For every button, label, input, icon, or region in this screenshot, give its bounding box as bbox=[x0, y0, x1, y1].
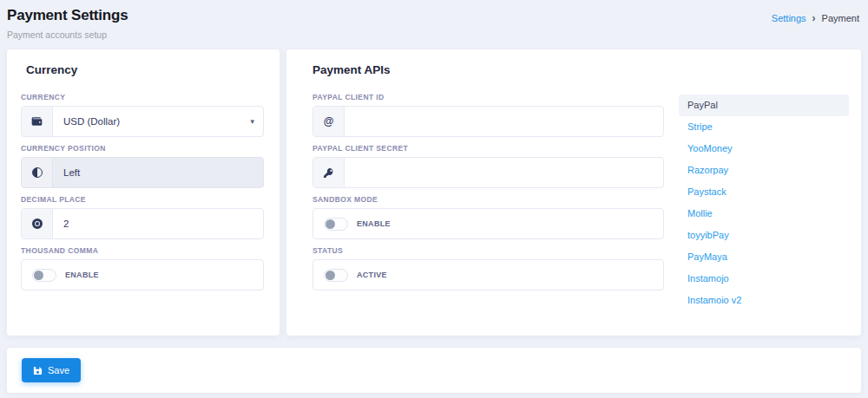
currency-position-label: CURRENCY POSITION bbox=[21, 144, 264, 153]
provider-item-mollie[interactable]: Mollie bbox=[679, 203, 849, 225]
paypal-settings-form: PAYPAL CLIENT ID @ PAYPAL CLIENT SECRET bbox=[312, 76, 664, 290]
decimal-place-field: DECIMAL PLACE bbox=[21, 195, 264, 239]
thousand-comma-toggle-box: ENABLE bbox=[21, 259, 264, 290]
page-header: Payment Settings Payment accounts setup … bbox=[0, 0, 868, 40]
paypal-client-secret-label: PAYPAL CLIENT SECRET bbox=[312, 144, 664, 153]
wallet-icon bbox=[22, 107, 53, 136]
breadcrumb: Settings › Payment bbox=[772, 7, 859, 23]
currency-card: Currency CURRENCY USD (Dollar) ▾ CURRENC… bbox=[7, 49, 279, 336]
provider-item-stripe[interactable]: Stripe bbox=[679, 116, 849, 138]
thousand-comma-toggle-label: ENABLE bbox=[65, 271, 99, 279]
provider-item-toyyibpay[interactable]: toyyibPay bbox=[679, 225, 849, 246]
sandbox-mode-toggle-label: ENABLE bbox=[357, 219, 391, 228]
breadcrumb-current: Payment bbox=[822, 13, 859, 23]
decimal-place-input-group bbox=[21, 208, 264, 239]
status-toggle[interactable] bbox=[324, 269, 348, 282]
provider-item-paymaya[interactable]: PayMaya bbox=[679, 246, 849, 268]
footer-bar: Save bbox=[7, 348, 861, 393]
payment-apis-card: Payment APIs PAYPAL CLIENT ID @ PAYPAL C… bbox=[286, 49, 861, 336]
provider-item-paystack[interactable]: Paystack bbox=[679, 181, 849, 203]
page-title: Payment Settings bbox=[7, 7, 128, 24]
floppy-save-icon bbox=[33, 366, 43, 375]
provider-item-instamojo[interactable]: Instamojo bbox=[679, 268, 849, 290]
adjust-half-circle-icon bbox=[22, 158, 53, 187]
currency-card-heading: Currency bbox=[26, 63, 264, 76]
provider-list[interactable]: PayPal Stripe YooMoney Razorpay Paystack… bbox=[679, 95, 849, 303]
paypal-client-id-label: PAYPAL CLIENT ID bbox=[312, 93, 664, 101]
sandbox-mode-toggle-box: ENABLE bbox=[312, 208, 664, 239]
save-button-label: Save bbox=[48, 365, 69, 375]
status-toggle-label: ACTIVE bbox=[357, 271, 387, 279]
currency-position-field: CURRENCY POSITION Left bbox=[21, 144, 264, 188]
payment-apis-heading: Payment APIs bbox=[312, 63, 849, 76]
dot-circle-icon bbox=[22, 209, 53, 238]
sandbox-mode-field: SANDBOX MODE ENABLE bbox=[312, 195, 664, 239]
status-label: STATUS bbox=[312, 246, 664, 255]
status-toggle-box: ACTIVE bbox=[312, 259, 664, 290]
provider-item-razorpay[interactable]: Razorpay bbox=[679, 160, 849, 181]
breadcrumb-settings-link[interactable]: Settings bbox=[772, 13, 806, 23]
provider-item-paypal[interactable]: PayPal bbox=[679, 95, 849, 116]
status-field: STATUS ACTIVE bbox=[312, 246, 664, 290]
sandbox-mode-toggle[interactable] bbox=[324, 218, 348, 231]
chevron-down-icon: ▾ bbox=[250, 117, 254, 126]
provider-nav: PayPal Stripe YooMoney Razorpay Paystack… bbox=[679, 95, 849, 303]
decimal-place-label: DECIMAL PLACE bbox=[21, 195, 264, 204]
provider-item-instamojo-v2[interactable]: Instamojo v2 bbox=[679, 290, 849, 303]
thousand-comma-toggle[interactable] bbox=[32, 269, 56, 282]
paypal-client-id-input[interactable] bbox=[345, 115, 663, 127]
key-icon bbox=[313, 158, 345, 187]
thousand-comma-label: THOUSAND COMMA bbox=[21, 246, 264, 255]
chevron-right-icon: › bbox=[812, 14, 816, 23]
currency-select-value: USD (Dollar) bbox=[53, 116, 120, 127]
paypal-client-id-group: @ bbox=[312, 106, 664, 137]
page-header-left: Payment Settings Payment accounts setup bbox=[7, 7, 128, 40]
paypal-client-secret-field: PAYPAL CLIENT SECRET bbox=[312, 144, 664, 188]
paypal-client-secret-input[interactable] bbox=[345, 166, 663, 179]
provider-item-yoomoney[interactable]: YooMoney bbox=[679, 138, 849, 160]
currency-position-value: Left bbox=[53, 167, 80, 178]
paypal-client-secret-group bbox=[312, 157, 664, 188]
at-icon: @ bbox=[313, 107, 345, 136]
decimal-place-input[interactable] bbox=[53, 218, 263, 230]
currency-position-input: Left bbox=[21, 157, 264, 188]
page-subtitle: Payment accounts setup bbox=[7, 29, 128, 40]
paypal-client-id-field: PAYPAL CLIENT ID @ bbox=[312, 93, 664, 137]
sandbox-mode-label: SANDBOX MODE bbox=[312, 195, 664, 204]
currency-select[interactable]: USD (Dollar) ▾ bbox=[21, 106, 264, 137]
currency-label: CURRENCY bbox=[21, 93, 264, 101]
save-button[interactable]: Save bbox=[22, 358, 81, 382]
thousand-comma-field: THOUSAND COMMA ENABLE bbox=[21, 246, 264, 290]
payment-apis-body: PAYPAL CLIENT ID @ PAYPAL CLIENT SECRET bbox=[312, 76, 849, 303]
currency-field: CURRENCY USD (Dollar) ▾ bbox=[21, 93, 264, 137]
cards-row: Currency CURRENCY USD (Dollar) ▾ CURRENC… bbox=[7, 49, 861, 336]
